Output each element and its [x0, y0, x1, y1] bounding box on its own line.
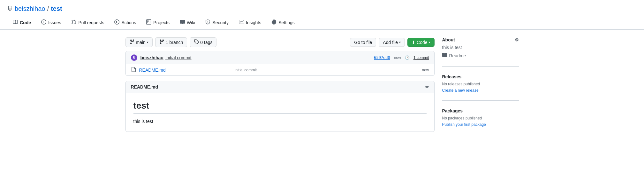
security-icon [205, 19, 210, 25]
tags-count-label: 0 tags [200, 40, 212, 45]
go-to-file-button[interactable]: Go to file [350, 38, 376, 47]
author-avatar: B [131, 54, 137, 61]
add-file-label: Add file [383, 40, 398, 45]
tab-settings[interactable]: Settings [266, 16, 300, 29]
readme-text: this is test [133, 119, 427, 124]
repo-toolbar: main ▾ 1 branch 0 tags Go to file Add fi… [125, 37, 435, 47]
repo-owner-link[interactable]: beiszhihao [15, 5, 45, 12]
main-layout: main ▾ 1 branch 0 tags Go to file Add fi… [118, 30, 527, 150]
about-gear-icon[interactable]: ⚙ [515, 37, 519, 42]
readme-filename: README.md [131, 84, 158, 89]
tab-issues[interactable]: Issues [36, 16, 66, 29]
issue-icon [41, 19, 46, 25]
commit-message-link[interactable]: Initial commit [165, 55, 192, 60]
commit-count-link[interactable]: 1 commit [413, 55, 429, 60]
tab-actions-label: Actions [121, 20, 136, 25]
create-release-link[interactable]: Create a new release [442, 88, 479, 93]
repo-content: main ▾ 1 branch 0 tags Go to file Add fi… [125, 37, 435, 142]
about-section: About ⚙ this is test Readme [442, 37, 519, 67]
code-button[interactable]: ⬇ Code ▾ [407, 38, 434, 47]
packages-title: Packages [442, 108, 519, 113]
tab-issues-label: Issues [48, 20, 61, 25]
file-icon [131, 67, 136, 73]
file-table-header: B beiszhihao Initial commit 6597ed0 now … [126, 51, 434, 64]
repo-separator: / [47, 5, 49, 12]
tab-projects-label: Projects [153, 20, 170, 25]
nav-tabs: Code Issues Pull requests [8, 16, 636, 29]
repo-icon [8, 5, 13, 12]
tab-pr-label: Pull requests [78, 20, 104, 25]
releases-section: Releases No releases published Create a … [442, 74, 519, 101]
readme-title: test [133, 101, 427, 114]
branch-icon [130, 39, 135, 45]
readme-box: README.md ✏ test this is test [125, 81, 435, 132]
filename-link[interactable]: README.md [139, 68, 231, 73]
add-file-button[interactable]: Add file ▾ [379, 38, 405, 47]
tab-wiki[interactable]: Wiki [175, 16, 200, 29]
tab-wiki-label: Wiki [187, 20, 195, 25]
commit-meta: 6597ed0 now 🕐 1 commit [374, 55, 429, 60]
tags-link[interactable]: 0 tags [190, 37, 216, 47]
tab-insights[interactable]: Insights [234, 16, 266, 29]
publish-package-link[interactable]: Publish your first package [442, 122, 486, 127]
add-file-caret: ▾ [399, 40, 401, 44]
tab-pull-requests[interactable]: Pull requests [66, 16, 109, 29]
tab-insights-label: Insights [246, 20, 261, 25]
tab-security[interactable]: Security [200, 16, 234, 29]
commit-info: beiszhihao Initial commit [140, 55, 371, 60]
code-caret: ▾ [429, 40, 430, 44]
branches-link[interactable]: 1 branch [155, 37, 187, 47]
about-title: About ⚙ [442, 37, 519, 42]
tab-projects[interactable]: Projects [141, 16, 175, 29]
repo-header: beiszhihao / test Code Issues [0, 0, 644, 30]
code-label: Code [417, 40, 427, 45]
download-icon: ⬇ [412, 40, 415, 45]
repo-name-link[interactable]: test [51, 5, 62, 12]
tab-settings-label: Settings [278, 20, 295, 25]
file-table: B beiszhihao Initial commit 6597ed0 now … [125, 51, 435, 76]
no-releases-text: No releases published [442, 82, 519, 86]
branch-dropdown[interactable]: main ▾ [125, 37, 153, 47]
no-packages-text: No packages published [442, 116, 519, 120]
tab-code[interactable]: Code [8, 16, 36, 29]
repo-title: beiszhihao / test [8, 5, 636, 12]
readme-link[interactable]: Readme [442, 53, 519, 59]
branch-count-icon [159, 39, 164, 45]
insights-icon [239, 19, 244, 25]
wiki-icon [180, 19, 185, 25]
edit-icon[interactable]: ✏ [425, 84, 429, 89]
settings-icon [271, 19, 277, 25]
readme-header: README.md ✏ [126, 81, 434, 93]
code-icon [13, 19, 18, 25]
about-description: this is test [442, 45, 519, 50]
actions-icon [114, 19, 119, 25]
tab-code-label: Code [20, 20, 31, 25]
pr-icon [71, 19, 76, 25]
readme-link-label: Readme [449, 53, 466, 58]
branches-count-label: 1 branch [166, 40, 183, 45]
file-time: now [422, 68, 429, 72]
commit-hash-link[interactable]: 6597ed0 [374, 55, 390, 60]
tab-actions[interactable]: Actions [109, 16, 141, 29]
readme-body: test this is test [126, 93, 434, 132]
file-row: README.md Initial commit now [126, 64, 434, 75]
projects-icon [146, 19, 151, 25]
tab-security-label: Security [212, 20, 229, 25]
commit-time: now [394, 55, 401, 60]
book-icon [442, 53, 447, 59]
branch-caret: ▾ [147, 40, 148, 44]
commit-author-link[interactable]: beiszhihao [140, 55, 163, 60]
sidebar: About ⚙ this is test Readme Releases No … [442, 37, 519, 142]
branch-name: main [136, 40, 146, 45]
file-commit-msg: Initial commit [234, 68, 419, 72]
tag-icon [194, 39, 199, 45]
releases-title: Releases [442, 74, 519, 79]
clock-icon: 🕐 [405, 55, 410, 60]
packages-section: Packages No packages published Publish y… [442, 108, 519, 134]
